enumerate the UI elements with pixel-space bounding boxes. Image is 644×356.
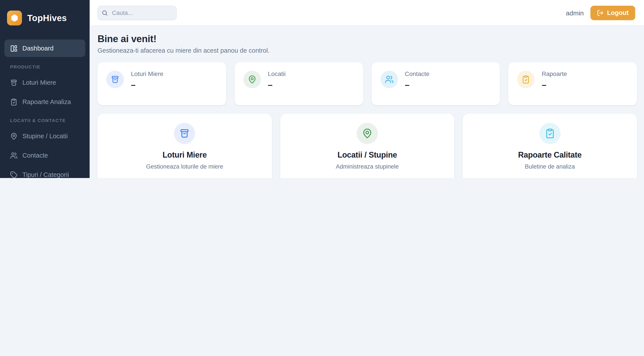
username: admin [566,9,584,16]
users-icon [10,152,18,159]
feature-icon-circle [539,123,560,144]
sidebar-section-locatii-contacte: LOCATII & CONTACTE [4,118,85,123]
sidebar-item-label: Stupine / Locatii [22,133,68,140]
clipboard-check-icon [522,75,530,84]
brand-logo [7,10,22,25]
topbar: admin Logout [90,0,644,26]
archive-icon [111,75,120,84]
search-icon [102,9,108,16]
stat-value: – [268,81,286,89]
stats-row: Loturi Miere – Locatii – [98,62,637,105]
sidebar-item-stupine-locatii[interactable]: Stupine / Locatii [4,127,85,145]
dashboard-icon [10,44,18,52]
sidebar-item-dashboard[interactable]: Dashboard [4,39,85,57]
clipboard-check-icon [10,98,18,106]
app-root: TopHives Dashboard PRODUCTIE Loturi Mier… [0,0,644,178]
sidebar-item-label: Contacte [22,152,48,159]
stat-card-loturi-miere[interactable]: Loturi Miere – [98,62,226,105]
map-pin-icon [10,132,18,140]
hexagon-icon [10,13,19,22]
feature-card-rapoarte-calitate[interactable]: Rapoarte Calitate Buletine de analiza [463,114,637,178]
stat-card-contacte[interactable]: Contacte – [372,62,500,105]
stat-value: – [405,81,430,89]
feature-card-locatii-stupine[interactable]: Locatii / Stupine Administreaza stupinel… [280,114,454,178]
main-area: admin Logout Bine ai venit! Gestioneaza-… [90,0,644,178]
logout-label: Logout [607,9,628,16]
archive-icon [10,79,18,86]
map-pin-icon [248,75,256,84]
stat-label: Locatii [268,70,286,78]
brand: TopHives [0,0,90,25]
sidebar-item-contacte[interactable]: Contacte [4,147,85,164]
stat-icon-circle [106,71,124,88]
tag-icon [10,171,18,178]
logout-button[interactable]: Logout [590,5,635,20]
stat-icon-circle [517,71,535,88]
stat-value: – [542,81,567,89]
clipboard-check-icon [544,128,555,139]
card-subtitle: Buletine de analiza [525,163,575,170]
sidebar-nav: Dashboard PRODUCTIE Loturi Miere Rapoart… [0,39,90,178]
card-title: Locatii / Stupine [338,151,397,160]
page-title: Bine ai venit! [98,33,637,45]
sidebar-item-label: Dashboard [22,45,54,52]
sidebar-item-rapoarte-analiza[interactable]: Rapoarte Analiza [4,93,85,111]
stat-icon-circle [380,71,398,88]
stat-icon-circle [243,71,261,88]
stat-card-locatii[interactable]: Locatii – [234,62,363,105]
stat-value: – [131,81,164,89]
sidebar-section-productie: PRODUCTIE [4,64,85,69]
sidebar: TopHives Dashboard PRODUCTIE Loturi Mier… [0,0,90,178]
map-pin-icon [362,128,372,139]
card-title: Loturi Miere [162,151,207,160]
stat-card-rapoarte[interactable]: Rapoarte – [508,62,637,105]
feature-icon-circle [174,123,195,144]
sidebar-item-loturi-miere[interactable]: Loturi Miere [4,74,85,91]
feature-icon-circle [357,123,378,144]
feature-grid: Loturi Miere Gestioneaza loturile de mie… [98,114,637,178]
card-title: Rapoarte Calitate [518,151,582,160]
sidebar-item-label: Rapoarte Analiza [22,98,71,105]
sidebar-item-tipuri-categorii[interactable]: Tipuri / Categorii [4,166,85,178]
search-input[interactable] [98,5,176,20]
stat-label: Contacte [405,70,430,78]
users-icon [384,75,394,84]
sidebar-item-label: Loturi Miere [22,79,56,86]
dashboard-content: Bine ai venit! Gestioneaza-ti afacerea c… [90,26,644,178]
page-subtitle: Gestioneaza-ti afacerea cu miere din ace… [98,46,637,55]
stat-label: Loturi Miere [131,70,164,78]
stat-label: Rapoarte [542,70,567,78]
archive-icon [180,128,190,139]
logout-icon [597,9,604,16]
card-subtitle: Administreaza stupinele [336,163,399,170]
sidebar-item-label: Tipuri / Categorii [22,171,69,178]
topbar-right: admin Logout [566,5,635,20]
feature-card-loturi-miere[interactable]: Loturi Miere Gestioneaza loturile de mie… [98,114,272,178]
brand-name: TopHives [27,13,67,23]
search-box [98,5,176,20]
card-subtitle: Gestioneaza loturile de miere [146,163,223,170]
